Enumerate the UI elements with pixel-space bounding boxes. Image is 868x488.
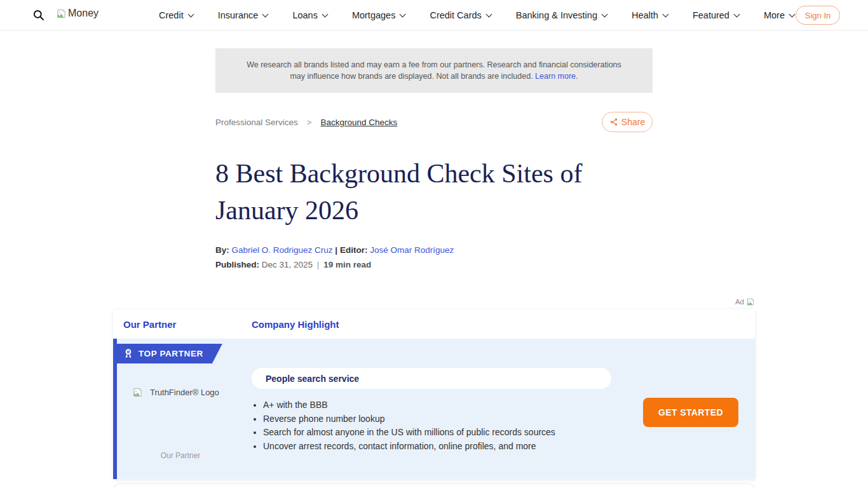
published-separator: | xyxy=(317,260,320,269)
top-partner-row: TOP PARTNER TruthFinder® Logo Our Partne… xyxy=(113,339,755,479)
ad-label-row: Ad xyxy=(113,297,755,306)
breadcrumb-current[interactable]: Background Checks xyxy=(320,118,397,127)
nav-label: Health xyxy=(632,10,658,20)
learn-more-link[interactable]: Learn more xyxy=(535,72,576,81)
partner-table-header: Our Partner Company Highlight xyxy=(113,309,755,339)
broken-image-icon xyxy=(56,8,67,19)
editor-link[interactable]: José Omar Rodríguez xyxy=(370,245,454,255)
chevron-down-icon xyxy=(262,11,269,17)
column-our-partner: Our Partner xyxy=(113,319,252,330)
get-started-button[interactable]: GET STARTED xyxy=(643,398,738,427)
nav-item-banking-investing[interactable]: Banking & Investing xyxy=(516,10,607,20)
next-partner-row-stub xyxy=(113,484,755,488)
highlight-bullet: Search for almost anyone in the US with … xyxy=(263,428,555,437)
nav-label: Credit Cards xyxy=(430,10,481,20)
nav-item-featured[interactable]: Featured xyxy=(693,10,739,20)
nav-label: Mortgages xyxy=(352,10,396,20)
medal-icon xyxy=(124,348,133,359)
our-partner-caption: Our Partner xyxy=(117,451,244,460)
breadcrumb-chevron-icon: > xyxy=(307,118,312,127)
disclaimer-box: We research all brands listed and may ea… xyxy=(215,48,653,93)
byline: By: Gabriel O. Rodriguez Cruz | Editor: … xyxy=(215,245,653,255)
partner-logo-alt-text: TruthFinder® Logo xyxy=(150,388,219,397)
share-label: Share xyxy=(621,117,645,127)
breadcrumb-row: Professional Services > Background Check… xyxy=(215,112,653,132)
page: Money Credit Insurance Loans Mortgages C… xyxy=(0,0,868,488)
by-label: By: xyxy=(215,245,229,255)
chevron-down-icon xyxy=(733,11,740,17)
chevron-down-icon xyxy=(602,11,608,17)
nav-item-mortgages[interactable]: Mortgages xyxy=(352,10,405,20)
breadcrumb-parent[interactable]: Professional Services xyxy=(215,118,298,127)
nav-label: Banking & Investing xyxy=(516,10,597,20)
disclaimer-period: . xyxy=(576,72,578,81)
nav-item-credit[interactable]: Credit xyxy=(159,10,193,20)
breadcrumb: Professional Services > Background Check… xyxy=(215,118,397,127)
logo-alt-text: Money xyxy=(68,8,98,19)
chevron-down-icon xyxy=(485,11,492,17)
search-icon[interactable] xyxy=(32,9,44,21)
highlight-bullet: A+ with the BBB xyxy=(263,400,555,410)
share-icon xyxy=(609,118,618,126)
nav-item-more[interactable]: More xyxy=(764,10,794,20)
partner-logo[interactable]: TruthFinder® Logo xyxy=(132,387,219,398)
read-time: 19 min read xyxy=(323,260,371,269)
broken-image-icon xyxy=(132,387,143,398)
nav-item-health[interactable]: Health xyxy=(632,10,668,20)
ad-label: Ad xyxy=(735,298,744,306)
chevron-down-icon xyxy=(400,11,406,17)
broken-image-icon xyxy=(746,297,755,306)
chevron-down-icon xyxy=(187,11,194,17)
published-date: Dec 31, 2025 xyxy=(262,260,313,269)
nav-item-credit-cards[interactable]: Credit Cards xyxy=(430,10,491,20)
published-label: Published: xyxy=(215,260,259,269)
page-title: 8 Best Background Check Sites of January… xyxy=(215,155,653,229)
nav-item-insurance[interactable]: Insurance xyxy=(218,10,268,20)
highlight-bullet: Reverse phone number lookup xyxy=(263,414,555,424)
share-button[interactable]: Share xyxy=(602,112,653,132)
nav-label: Loans xyxy=(292,10,318,20)
top-partner-badge: TOP PARTNER xyxy=(117,344,222,363)
author-link[interactable]: Gabriel O. Rodriguez Cruz xyxy=(232,245,333,255)
highlight-bullets: A+ with the BBB Reverse phone number loo… xyxy=(253,400,555,455)
money-logo[interactable]: Money xyxy=(56,8,98,19)
chevron-down-icon xyxy=(322,11,328,17)
column-company-highlight: Company Highlight xyxy=(252,319,339,330)
chevron-down-icon xyxy=(789,11,796,17)
chevron-down-icon xyxy=(662,11,668,17)
nav-label: More xyxy=(764,10,785,20)
sign-in-button[interactable]: Sign In xyxy=(796,6,840,25)
published-line: Published: Dec 31, 2025 | 19 min read xyxy=(215,260,653,269)
partner-table: Our Partner Company Highlight TOP PARTNE… xyxy=(113,309,755,479)
editor-label: | Editor: xyxy=(335,245,367,255)
highlight-bullet: Uncover arrest records, contact informat… xyxy=(263,442,555,451)
main-nav: Credit Insurance Loans Mortgages Credit … xyxy=(159,0,794,30)
nav-item-loans[interactable]: Loans xyxy=(292,10,327,20)
top-partner-label: TOP PARTNER xyxy=(139,349,203,358)
highlight-pill: People search service xyxy=(252,368,611,389)
nav-label: Featured xyxy=(693,10,729,20)
highlight-text: People search service xyxy=(266,374,359,384)
nav-label: Insurance xyxy=(218,10,259,20)
nav-label: Credit xyxy=(159,10,184,20)
top-navigation: Money Credit Insurance Loans Mortgages C… xyxy=(0,0,868,30)
